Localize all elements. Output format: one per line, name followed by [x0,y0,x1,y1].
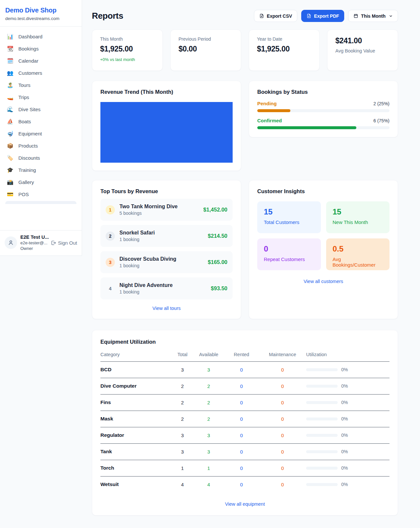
stat-value: $1,925.00 [100,45,155,53]
utilization-percent: 0% [341,367,348,372]
shop-name: Demo Dive Shop [5,7,76,14]
equipment-maintenance: 0 [260,400,305,405]
stat-card-avg-booking-value: $241.00 Avg Booking Value [327,30,398,71]
period-label: This Month [361,13,386,19]
equipment-utilization: 0% [305,367,389,372]
equipment-available: 2 [194,383,223,389]
rank-badge: 4 [106,284,115,293]
sidebar-item-label: Trips [18,94,29,100]
revenue-trend-chart [100,102,233,163]
customer-insights-card: Customer Insights 15 Total Customers 15 … [249,180,398,319]
tour-bookings: 1 booking [119,289,173,294]
table-row: Torch 1 1 0 0 0% [100,460,389,477]
utilization-percent: 0% [341,433,348,438]
sidebar-item-reports-partial[interactable] [5,201,76,204]
sidebar-item-calendar[interactable]: 🗓️Calendar [3,55,79,67]
graduation-cap-icon: 🎓 [7,168,14,173]
equipment-total: 4 [171,482,194,487]
package-icon: 📦 [7,143,14,149]
stat-change: +0% vs last month [100,57,155,62]
sign-out-button[interactable]: Sign Out [51,240,77,246]
sidebar-item-tours[interactable]: 🏝️Tours [3,79,79,91]
sidebar-item-customers[interactable]: 👥Customers [3,67,79,79]
page-header: Reports Export CSV Export PDF [92,10,398,22]
column-header: Category [100,352,171,357]
equipment-table: Category Total Available Rented Maintena… [100,352,389,493]
utilization-percent: 0% [341,482,348,487]
progress-fill [257,109,290,112]
sidebar-item-trips[interactable]: 🚤Trips [3,91,79,103]
tour-bookings: 1 booking [119,263,176,268]
progress-track [257,126,389,129]
stat-label: This Month [100,36,155,42]
equipment-total: 2 [171,400,194,405]
insight-value: 15 [333,207,383,216]
tag-icon: 🏷️ [7,155,14,161]
calendar-icon [353,13,358,18]
equipment-category: Torch [100,465,171,471]
sidebar-item-label: Tours [18,82,31,88]
sidebar-item-training[interactable]: 🎓Training [3,164,79,176]
export-csv-button[interactable]: Export CSV [254,10,297,22]
equipment-maintenance: 0 [260,416,305,422]
sidebar-item-dive-sites[interactable]: 🌊Dive Sites [3,103,79,115]
equipment-total: 1 [171,465,194,471]
equipment-available: 3 [194,367,223,373]
sidebar-item-products[interactable]: 📦Products [3,140,79,152]
sidebar-item-equipment[interactable]: 🤿Equipment [3,128,79,140]
status-row-confirmed: Confirmed 6 (75%) [257,118,389,129]
bookings-by-status-title: Bookings by Status [257,89,389,95]
island-icon: 🏝️ [7,83,14,88]
insight-label: Repeat Customers [264,256,314,262]
bookings-by-status-card: Bookings by Status Pending 2 (25%) Confi… [249,81,398,137]
main-content: Reports Export CSV Export PDF [82,0,420,528]
status-label: Confirmed [257,118,282,123]
equipment-rented: 0 [223,416,260,422]
status-row-pending: Pending 2 (25%) [257,101,389,112]
equipment-utilization: 0% [305,482,389,487]
sailboat-icon: ⛵ [7,119,14,124]
wave-icon: 🌊 [7,107,14,112]
sidebar-item-dashboard[interactable]: 📊Dashboard [3,30,79,43]
top-tours-title: Top Tours by Revenue [100,188,233,194]
stat-card-previous-period: Previous Period $0.00 [170,30,241,71]
sidebar-item-label: Dashboard [18,34,42,39]
table-row: Wetsuit 4 4 0 0 0% [100,477,389,493]
table-header-row: Category Total Available Rented Maintena… [100,352,389,362]
sidebar-item-gallery[interactable]: 📸Gallery [3,176,79,188]
stat-value: $0.00 [178,45,233,53]
column-header: Rented [223,352,260,357]
sidebar-item-pos[interactable]: 💳POS [3,188,79,200]
utilization-bar [306,417,338,420]
period-dropdown[interactable]: This Month [348,10,398,22]
table-row: Regulator 3 3 0 0 0% [100,427,389,444]
stat-label: Year to Date [257,36,311,42]
view-all-customers-link[interactable]: View all customers [257,279,389,284]
equipment-available: 3 [194,433,223,438]
utilization-bar [306,401,338,404]
equipment-available: 2 [194,416,223,422]
status-count: 2 (25%) [373,101,389,106]
equipment-utilization: 0% [305,416,389,421]
sidebar-item-boats[interactable]: ⛵Boats [3,115,79,128]
equipment-maintenance: 0 [260,367,305,373]
insight-avg-bookings: 0.5 Avg Bookings/Customer [326,238,390,270]
sidebar-item-discounts[interactable]: 🏷️Discounts [3,152,79,164]
header-actions: Export CSV Export PDF This Month [254,10,398,22]
user-meta: E2E Test U... e2e-tester@... Owner [20,234,47,251]
chevron-down-icon [389,14,393,18]
rank-badge: 3 [106,258,115,267]
view-all-equipment-link[interactable]: View all equipment [100,501,389,507]
insight-label: New This Month [333,219,383,225]
export-pdf-button[interactable]: Export PDF [301,10,344,22]
charts-row: Revenue Trend (This Month) Bookings by S… [92,81,398,171]
list-item-tour: 2 Snorkel Safari 1 booking $214.50 [100,225,233,247]
sidebar: Demo Dive Shop demo.test.divestreams.com… [0,0,82,256]
stat-card-this-month: This Month $1,925.00 +0% vs last month [92,30,163,71]
view-all-tours-link[interactable]: View all tours [100,306,233,311]
insight-value: 0.5 [333,244,383,254]
sidebar-item-bookings[interactable]: 📆Bookings [3,43,79,55]
insight-total-customers: 15 Total Customers [257,201,321,233]
table-row: Dive Computer 2 2 0 0 0% [100,378,389,395]
equipment-utilization: 0% [305,465,389,471]
